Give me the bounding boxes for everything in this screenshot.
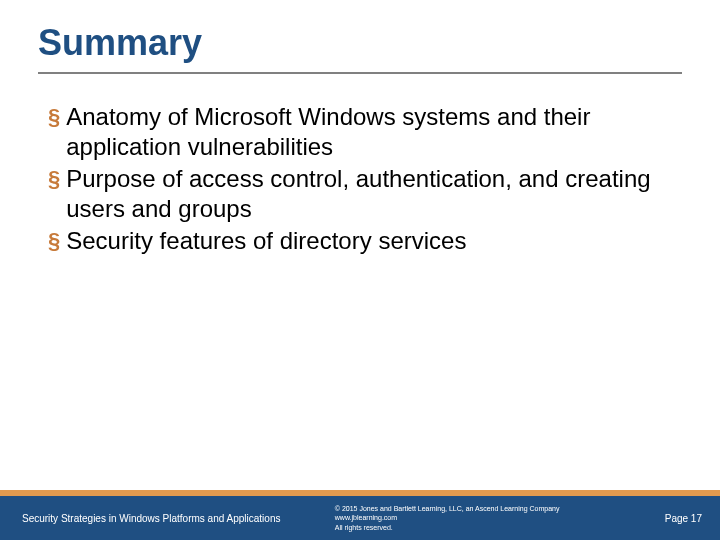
footer-bar: Security Strategies in Windows Platforms… (0, 496, 720, 540)
bullet-text: Anatomy of Microsoft Windows systems and… (66, 102, 672, 162)
copyright-line: www.jblearning.com (335, 513, 653, 522)
bullet-icon: § (48, 226, 60, 256)
page-title: Summary (0, 0, 720, 70)
bullet-icon: § (48, 164, 60, 194)
copyright-line: © 2015 Jones and Bartlett Learning, LLC,… (335, 504, 653, 513)
footer-title: Security Strategies in Windows Platforms… (22, 513, 335, 524)
slide-footer: Security Strategies in Windows Platforms… (0, 490, 720, 540)
footer-copyright: © 2015 Jones and Bartlett Learning, LLC,… (335, 504, 653, 532)
bullet-text: Purpose of access control, authenticatio… (66, 164, 672, 224)
list-item: § Purpose of access control, authenticat… (48, 164, 672, 224)
list-item: § Anatomy of Microsoft Windows systems a… (48, 102, 672, 162)
slide-body: § Anatomy of Microsoft Windows systems a… (0, 74, 720, 256)
bullet-text: Security features of directory services (66, 226, 466, 256)
page-number: Page 17 (653, 513, 702, 524)
copyright-line: All rights reserved. (335, 523, 653, 532)
bullet-icon: § (48, 102, 60, 132)
list-item: § Security features of directory service… (48, 226, 672, 256)
slide: Summary § Anatomy of Microsoft Windows s… (0, 0, 720, 540)
